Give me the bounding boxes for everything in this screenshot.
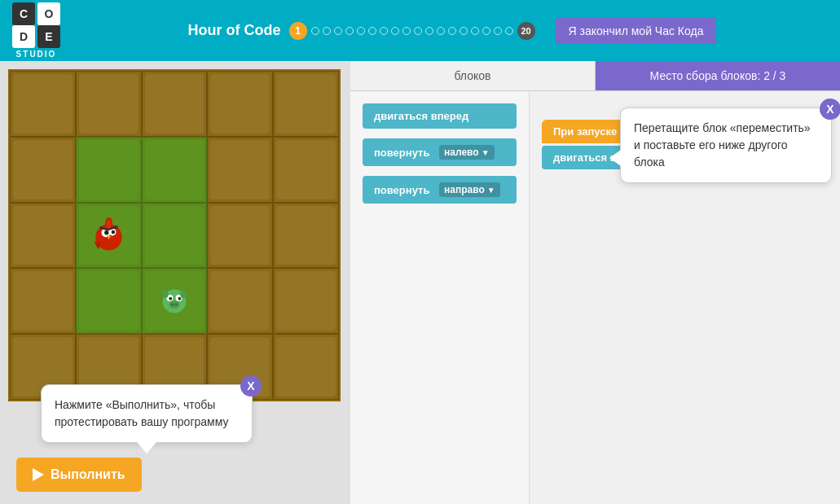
dot-15: [471, 27, 479, 35]
blocks-palette: двигаться вперед повернуть налево ▼ пове…: [350, 91, 530, 504]
cell-2-2: [142, 203, 208, 269]
workspace-label: Место сбора блоков: 2 / 3: [650, 69, 786, 82]
logo-c: C: [12, 2, 35, 25]
blocks-label: блоков: [454, 69, 490, 82]
block-turn-right-dropdown[interactable]: направо ▼: [439, 182, 500, 197]
cell-0-0: [10, 71, 76, 137]
block-turn-right-dir: направо: [444, 184, 485, 195]
game-area: X Нажмите «Выполнить», чтобы протестиров…: [0, 61, 350, 504]
code-workspace: При запуске двигаться вперед X Перетащит…: [530, 91, 840, 504]
tooltip-1-tail: [137, 442, 156, 454]
cell-1-2: [142, 137, 208, 203]
block-turn-left-dir: налево: [444, 147, 479, 158]
cell-2-4: [273, 203, 339, 269]
blocks-workspace: двигаться вперед повернуть налево ▼ пове…: [350, 91, 840, 504]
right-panel: блоков Место сбора блоков: 2 / 3 двигать…: [350, 61, 840, 504]
tooltip-2-tail: [609, 150, 621, 166]
workspace-on-run-label: При запуске: [553, 125, 617, 138]
dot-9: [402, 27, 411, 35]
svg-point-3: [104, 231, 108, 235]
cell-1-0: [10, 137, 76, 203]
dot-2: [323, 27, 331, 35]
cell-3-3: [207, 268, 273, 334]
block-turn-right[interactable]: повернуть направо ▼: [363, 176, 517, 204]
cell-3-0: [10, 268, 76, 334]
block-turn-left[interactable]: повернуть налево ▼: [363, 138, 517, 166]
step-bubble-current[interactable]: 1: [289, 22, 307, 40]
dot-13: [448, 27, 456, 35]
block-move-forward[interactable]: двигаться вперед: [363, 103, 517, 129]
cell-2-3: [207, 203, 273, 269]
dot-10: [414, 27, 422, 35]
game-grid: [8, 69, 341, 401]
logo-row1: C O: [12, 2, 60, 25]
svg-point-18: [171, 303, 174, 305]
cell-4-4: [273, 334, 339, 400]
progress-bar-area: 1 20: [289, 22, 535, 40]
block-turn-left-label: повернуть: [374, 147, 429, 159]
dot-14: [460, 27, 468, 35]
tooltip-1-text: Нажмите «Выполнить», чтобы протестироват…: [55, 398, 228, 428]
cell-0-2: [142, 71, 208, 137]
dot-5: [357, 27, 365, 35]
hour-of-code-label: Hour of Code: [188, 22, 281, 39]
header-center: Hour of Code 1: [77, 18, 828, 44]
play-icon: [33, 468, 44, 481]
panel-col-blocks: блоков: [350, 61, 596, 90]
cell-1-4: [273, 137, 339, 203]
run-button-label: Выполнить: [51, 467, 125, 482]
turn-right-arrow-icon: ▼: [487, 186, 495, 195]
logo-row2: D E: [12, 25, 60, 48]
dot-17: [494, 27, 502, 35]
logo-d: D: [12, 25, 35, 48]
panel-header: блоков Место сбора блоков: 2 / 3: [350, 61, 840, 91]
logo-studio: STUDIO: [16, 50, 57, 59]
cell-0-4: [273, 71, 339, 137]
cell-3-1: [76, 268, 142, 334]
svg-point-16: [178, 297, 181, 300]
cell-3-4: [273, 268, 339, 334]
cell-2-0: [10, 203, 76, 269]
block-move-forward-label: двигаться вперед: [374, 110, 468, 122]
dot-6: [368, 27, 376, 35]
main: X Нажмите «Выполнить», чтобы протестиров…: [0, 61, 840, 504]
run-button[interactable]: Выполнить: [16, 458, 142, 492]
cell-0-1: [76, 71, 142, 137]
dot-4: [345, 27, 354, 35]
logo-e: E: [37, 25, 60, 48]
dot-3: [334, 27, 342, 35]
svg-point-4: [111, 230, 115, 234]
angry-bird: [90, 217, 127, 253]
panel-col-workspace: Место сбора блоков: 2 / 3: [596, 61, 840, 90]
dot-8: [391, 27, 399, 35]
block-turn-left-dropdown[interactable]: налево ▼: [439, 145, 495, 160]
tooltip-2-text: Перетащите блок «переместить» и поставьт…: [634, 121, 811, 169]
finish-button[interactable]: Я закончил мой Час Кода: [556, 18, 717, 44]
svg-point-15: [169, 297, 172, 300]
cell-1-1: [76, 137, 142, 203]
dot-1: [311, 27, 319, 35]
pig: [158, 285, 191, 318]
cell-0-3: [207, 71, 273, 137]
header: C O D E STUDIO Hour of Code 1: [0, 0, 840, 61]
logo-o: O: [37, 2, 60, 25]
step-bubble-total[interactable]: 20: [517, 22, 535, 40]
logo-area: C O D E STUDIO: [12, 2, 60, 59]
tooltip-1: X Нажмите «Выполнить», чтобы протестиров…: [41, 384, 253, 443]
cell-1-3: [207, 137, 273, 203]
dot-11: [425, 27, 433, 35]
turn-left-arrow-icon: ▼: [482, 148, 490, 157]
dot-12: [437, 27, 445, 35]
cell-3-2: [142, 268, 208, 334]
dot-18: [505, 27, 513, 35]
tooltip-2: X Перетащите блок «переместить» и постав…: [620, 107, 832, 183]
dot-7: [380, 27, 388, 35]
svg-point-9: [106, 220, 110, 229]
svg-point-17: [169, 300, 180, 309]
cell-2-1: [76, 203, 142, 269]
svg-point-19: [174, 303, 178, 305]
dot-16: [482, 27, 490, 35]
tooltip-2-close[interactable]: X: [820, 99, 840, 120]
tooltip-1-close[interactable]: X: [240, 375, 262, 397]
block-turn-right-label: повернуть: [374, 184, 429, 196]
